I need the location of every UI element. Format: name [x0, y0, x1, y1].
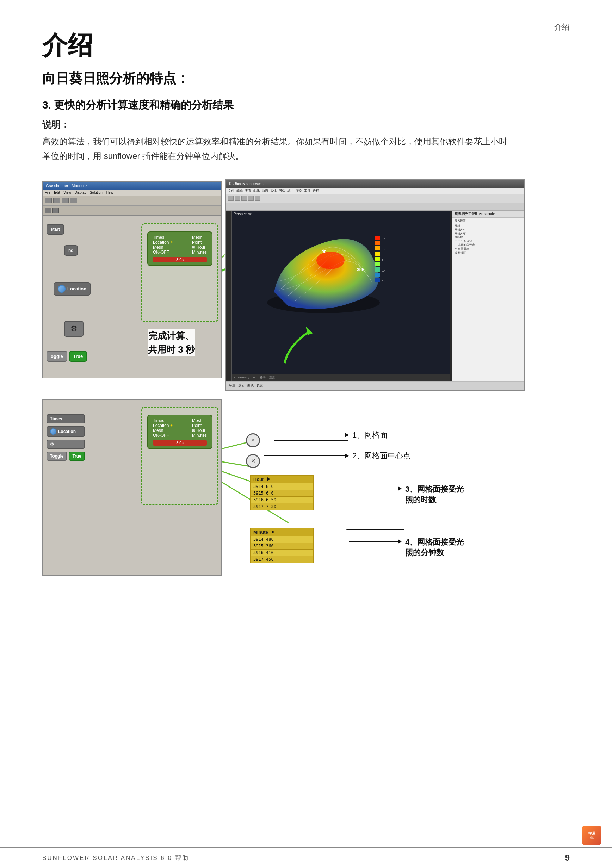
rhino-bt-1[interactable]: 标注	[229, 383, 236, 388]
gh-toggle-value: True	[69, 351, 87, 362]
timer-bottom: 3.0s	[153, 440, 207, 446]
label3-line2: 照的时数	[405, 494, 464, 505]
gh-menu-edit[interactable]: Edit	[54, 191, 60, 194]
svg-text:6.h: 6.h	[381, 248, 386, 251]
panel-header: 预测-日光工智量 Perspective	[452, 211, 524, 218]
bottom-location-label: Location	[58, 429, 76, 434]
arrow-head-1	[345, 433, 349, 437]
body-text-line1: 高效的算法，我们可以得到相对较快的运算效率和精准的分析结果。你如果有时间，不妨做…	[42, 135, 570, 149]
output-mesh-top: Mesh	[192, 235, 207, 240]
gh-menu-help[interactable]: Help	[106, 191, 113, 194]
sun-icon-bottom: ☀	[170, 423, 174, 428]
opt2: 网格分9	[454, 228, 522, 231]
label4-line1: 4、网格面接受光	[405, 537, 464, 547]
rhino-menu-analysis[interactable]: 分析	[313, 189, 319, 193]
arrow-line-1	[264, 435, 345, 436]
rhino-menu-file[interactable]: 文件	[228, 189, 234, 193]
opt6: 二 共用时段设定	[454, 243, 522, 247]
gh-menu-view[interactable]: View	[64, 191, 71, 194]
svg-rect-29	[375, 273, 380, 277]
arrow-label-1-group: 1、网格面	[264, 430, 387, 440]
gh-component-bottom: Times Location ☀ Mesh ON-OFF Mesh Point …	[147, 415, 212, 449]
rhino-menu-view[interactable]: 查看	[245, 189, 251, 193]
rhino-menu-mesh[interactable]: 网格	[279, 189, 285, 193]
rhino-bt-2[interactable]: 点云	[238, 383, 245, 388]
sub-label: 说明：	[42, 119, 570, 131]
arrow-head-3	[398, 487, 402, 491]
body-text-line2: 单位的时间，用 sunflower 插件能在分钟单位内解决。	[42, 149, 570, 163]
rhino-viewport: Perspective	[231, 211, 450, 381]
rhino-menu-solid[interactable]: 实体	[270, 189, 277, 193]
b-output-minutes: Minutes	[192, 433, 207, 438]
gh-toggle-label: oggle	[46, 351, 67, 362]
b-input-location: Location ☀	[153, 423, 174, 428]
rhino-bt-4[interactable]: 长度	[257, 383, 263, 388]
svg-rect-28	[375, 267, 380, 271]
gh-menu-display[interactable]: Display	[75, 191, 86, 194]
output-hour-top: ⊞ Hour	[192, 245, 207, 250]
hour-row-1: 3915 6:0	[251, 490, 313, 496]
rhino-menubar: 文件 编辑 查看 曲线 曲面 实体 网格 标注 变换 工具 分析	[226, 188, 524, 194]
b-input-onoff: ON-OFF	[153, 433, 174, 438]
bottom-times-node: Times	[46, 414, 85, 423]
gh-menu-file[interactable]: File	[45, 191, 50, 194]
panel-options: 规格 网格分9 网格分布 分析数 二二 分析设定 二 共用时段设定 七 出照导出…	[454, 224, 522, 255]
completion-line1: 完成计算、	[148, 329, 195, 343]
bottom-toggle-value: True	[69, 452, 85, 461]
gh-titlebar-text: Grasshopper - Modeus*	[46, 183, 87, 188]
bottom-location-node: Location	[46, 426, 85, 437]
arrow-text-1: 1、网格面	[352, 430, 387, 440]
rhino-tb-icon3	[241, 196, 247, 201]
rhino-menu-edit[interactable]: 编辑	[236, 189, 243, 193]
arrow-line-4	[349, 541, 398, 542]
component-inputs: Times Location ☀ Mesh ON-OFF	[153, 235, 174, 255]
minute-row-3: 3917 450	[251, 556, 313, 563]
globe-icon-bottom	[50, 428, 56, 435]
minute-table-title: Minute	[253, 530, 268, 535]
arrow-label-3-group: 3、网格面接受光 照的时数	[349, 484, 464, 505]
gh-toolbar-icon1	[45, 198, 52, 203]
rhino-menu-surface[interactable]: 曲面	[262, 189, 268, 193]
rhino-menu-transform[interactable]: 变换	[296, 189, 302, 193]
circle-node-1: ✕	[246, 433, 260, 447]
svg-rect-25	[375, 251, 380, 256]
input-times: Times	[153, 235, 174, 240]
input-mesh-top: Mesh	[153, 245, 174, 250]
gh-toggle-group: oggle True	[46, 351, 87, 362]
grid-icon-bottom: ⊞	[192, 428, 195, 432]
rhino-right-panel: 预测-日光工智量 Perspective 云风设置 规格 网格分9 网格分布 分…	[452, 211, 524, 390]
rhino-menu-tool[interactable]: 工具	[304, 189, 310, 193]
rhino-tb-icon1	[228, 196, 234, 201]
gh-toolbar2-icon1	[45, 208, 51, 213]
opt5: 二二 分析设定	[454, 239, 522, 243]
panel-info: 云风设置 规格 网格分9 网格分布 分析数 二二 分析设定 二 共用时段设定 七…	[452, 218, 524, 256]
rhino-ortho: 正交	[269, 375, 275, 380]
hour-arrow-right	[267, 477, 270, 481]
arrow-label-4-group: 4、网格面接受光 照的分钟数	[349, 537, 464, 558]
hour-table: Hour 3914 8:0 3915 6:0 3916 6:50 3917 7:…	[250, 475, 314, 510]
gh-titlebar: Grasshopper - Modeus*	[43, 182, 221, 189]
arrow-line-3	[349, 488, 398, 489]
svg-rect-24	[375, 246, 380, 251]
green-arrow-svg	[267, 318, 338, 370]
svg-text:4.h: 4.h	[381, 259, 386, 262]
arrow-head-4	[398, 539, 402, 544]
rhino-bt-3[interactable]: 曲线	[247, 383, 254, 388]
hour-row-2: 3916 6:50	[251, 496, 313, 503]
rhino-tb-icon4	[248, 196, 254, 201]
svg-rect-22	[375, 236, 380, 240]
gh-menu-solution[interactable]: Solution	[90, 191, 102, 194]
svg-text:BF: BF	[322, 250, 326, 254]
main-title: 介绍	[42, 28, 570, 62]
rhino-coords: x=-799000 y=-000	[234, 376, 257, 379]
gh-menubar: File Edit View Display Solution Help	[43, 189, 221, 196]
component-bottom-outputs: Mesh Point ⊞ Hour Minutes	[192, 418, 207, 438]
rhino-menu-dim[interactable]: 标注	[287, 189, 293, 193]
top-rule	[42, 21, 570, 22]
corner-label: 介绍	[554, 22, 570, 33]
minute-arrow-right	[272, 530, 274, 534]
section-heading: 向日葵日照分析的特点：	[42, 70, 570, 87]
svg-text:8.h: 8.h	[381, 237, 386, 240]
gh-toolbar	[43, 196, 221, 206]
rhino-menu-curve[interactable]: 曲线	[253, 189, 260, 193]
